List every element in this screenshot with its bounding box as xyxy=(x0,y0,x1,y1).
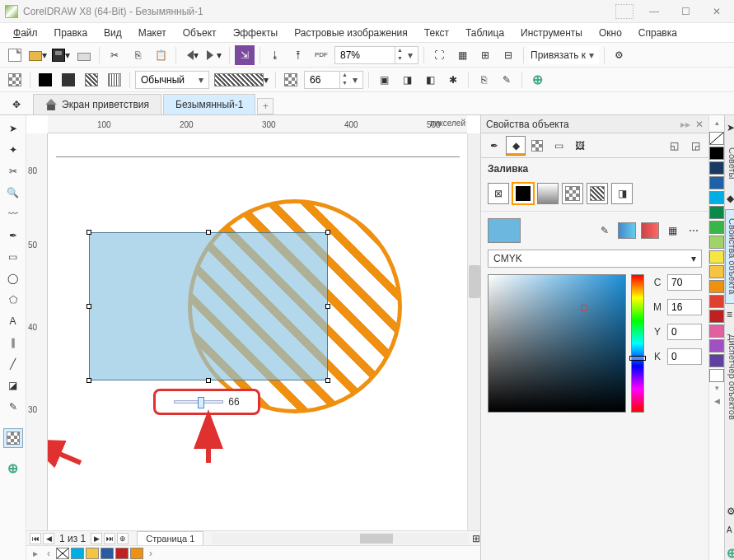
menu-edit[interactable]: Правка xyxy=(48,26,95,40)
pdf-button[interactable]: PDF xyxy=(311,45,331,65)
export-button[interactable]: ⭱ xyxy=(288,45,308,65)
saturation-box[interactable] xyxy=(488,274,626,413)
palette-swatch[interactable] xyxy=(709,295,724,308)
palette-up-button[interactable]: ▴ xyxy=(709,119,724,130)
menu-help[interactable]: Справка xyxy=(632,26,684,40)
palette-swatch[interactable] xyxy=(709,339,724,352)
save-button[interactable]: ▾ xyxy=(51,45,71,65)
print-button[interactable] xyxy=(74,45,94,65)
page-tab[interactable]: Страница 1 xyxy=(137,531,203,546)
palette-swatch[interactable] xyxy=(709,369,724,382)
freehand-tool[interactable]: 〰 xyxy=(3,204,23,224)
apply-fill-button[interactable]: ◨ xyxy=(397,70,417,90)
snap-dropdown[interactable]: Привязать к ▾ xyxy=(529,46,599,64)
next-page-button[interactable]: ▶ xyxy=(91,533,102,544)
connector-tool[interactable]: ╱ xyxy=(3,354,23,374)
slider-track[interactable] xyxy=(174,400,223,404)
menu-view[interactable]: Вид xyxy=(97,26,129,40)
saturation-cursor[interactable] xyxy=(581,305,587,311)
uniform-fill-button[interactable] xyxy=(512,183,534,204)
color-viewer-button[interactable] xyxy=(618,222,636,239)
edit-trans-button[interactable]: ✎ xyxy=(497,70,517,90)
color-swatch[interactable] xyxy=(101,548,114,559)
horizontal-scrollbar[interactable] xyxy=(212,533,469,544)
ellipse-tool[interactable]: ◯ xyxy=(3,268,23,288)
color-palettes-button[interactable]: ▦ xyxy=(664,222,680,239)
detach-button[interactable]: ◱ xyxy=(664,136,684,156)
redo-button[interactable]: ▾ xyxy=(204,45,224,65)
more-options-button[interactable]: ⋯ xyxy=(685,222,702,239)
search-content-button[interactable]: ⇲ xyxy=(235,45,255,65)
pattern-fill-button[interactable] xyxy=(562,183,583,204)
transparency-tool-icon[interactable] xyxy=(5,70,25,90)
palette-down-button[interactable]: ▾ xyxy=(709,384,724,395)
shape-tool[interactable]: ✦ xyxy=(3,140,23,160)
polygon-tool[interactable]: ⬠ xyxy=(3,290,23,310)
hue-cursor[interactable] xyxy=(629,356,646,361)
no-color-swatch[interactable] xyxy=(56,548,69,559)
tab-origin-button[interactable]: ✥ xyxy=(7,95,26,114)
m-input[interactable] xyxy=(667,299,702,315)
account-icon[interactable] xyxy=(615,4,633,19)
y-input[interactable] xyxy=(667,324,702,340)
palette-swatch[interactable] xyxy=(709,206,724,219)
parallel-tool[interactable]: ∥ xyxy=(3,333,23,352)
undo-button[interactable]: ▾ xyxy=(181,45,201,65)
c-input[interactable] xyxy=(667,274,702,291)
paste-button[interactable]: 📋 xyxy=(151,45,171,65)
expand-toolbox-button[interactable]: ⊕ xyxy=(3,458,23,478)
import-button[interactable]: ⭳ xyxy=(265,45,285,65)
crop-tool[interactable]: ✂ xyxy=(3,161,23,181)
palette-next-button[interactable]: › xyxy=(145,548,157,559)
frame-tab[interactable]: ▭ xyxy=(549,136,568,156)
blend-mode-dropdown[interactable]: ▾ xyxy=(135,71,209,89)
color-sliders-button[interactable] xyxy=(641,222,659,239)
palette-swatch[interactable] xyxy=(709,191,724,204)
new-tab-button[interactable]: + xyxy=(257,98,273,114)
hints-docker-tab[interactable]: Советы xyxy=(725,138,734,188)
menu-window[interactable]: Окно xyxy=(592,26,629,40)
object-manager-docker-tab[interactable]: Диспетчер объектов xyxy=(725,325,734,429)
postscript-fill-button[interactable]: ◨ xyxy=(611,183,633,204)
color-model-dropdown[interactable]: CMYK▾ xyxy=(488,250,702,268)
add-docker-button[interactable]: ⊕ xyxy=(727,545,734,557)
hue-slider[interactable] xyxy=(631,274,644,413)
menu-bitmaps[interactable]: Растровые изображения xyxy=(288,26,414,40)
properties-docker-tab[interactable]: Свойства объекта xyxy=(725,209,734,303)
menu-layout[interactable]: Макет xyxy=(132,26,173,40)
text-tool[interactable]: A xyxy=(3,311,23,331)
navigator-button[interactable]: ⊞ xyxy=(472,533,480,544)
fill-tab[interactable]: ◆ xyxy=(506,136,526,156)
palette-swatch[interactable] xyxy=(709,265,724,278)
menu-text[interactable]: Текст xyxy=(418,26,456,40)
copy-button[interactable]: ⎘ xyxy=(128,45,147,65)
palette-swatch[interactable] xyxy=(709,147,724,160)
maximize-button[interactable]: ☐ xyxy=(673,3,698,20)
cut-button[interactable]: ✂ xyxy=(105,45,124,65)
artistic-tool[interactable]: ✒ xyxy=(3,226,23,245)
blend-mode-input[interactable] xyxy=(138,74,195,86)
pattern-trans-button[interactable] xyxy=(82,70,101,90)
eyedropper-button[interactable]: ✎ xyxy=(596,222,613,239)
opacity-input-group[interactable]: ▲▼ ▾ xyxy=(304,71,363,89)
ruler-vertical[interactable]: 80 50 40 30 xyxy=(26,133,48,530)
eyedropper-tool[interactable]: ✎ xyxy=(3,397,23,417)
palette-swatch[interactable] xyxy=(709,354,724,367)
palette-swatch[interactable] xyxy=(709,221,724,234)
last-page-button[interactable]: ⏭ xyxy=(104,533,115,544)
open-button[interactable]: ▾ xyxy=(28,45,48,65)
vertical-scrollbar[interactable] xyxy=(467,133,480,530)
uniform-trans-button[interactable] xyxy=(35,70,55,90)
color-swatch[interactable] xyxy=(86,548,99,559)
palette-menu-button[interactable]: ▸ xyxy=(30,548,41,559)
image-tab[interactable]: 🖼 xyxy=(570,136,590,156)
palette-swatch[interactable] xyxy=(709,280,724,293)
fountain-trans-button[interactable] xyxy=(58,70,78,90)
pattern-preview[interactable]: ▾ xyxy=(213,70,270,90)
palette-swatch[interactable] xyxy=(709,236,724,249)
palette-swatch[interactable] xyxy=(709,176,724,189)
guides-button[interactable]: ⊟ xyxy=(498,45,518,65)
menu-file[interactable]: Файл xyxy=(7,26,44,40)
text-style-icon[interactable]: A xyxy=(727,525,734,537)
docker-close-button[interactable]: ✕ xyxy=(695,119,704,130)
